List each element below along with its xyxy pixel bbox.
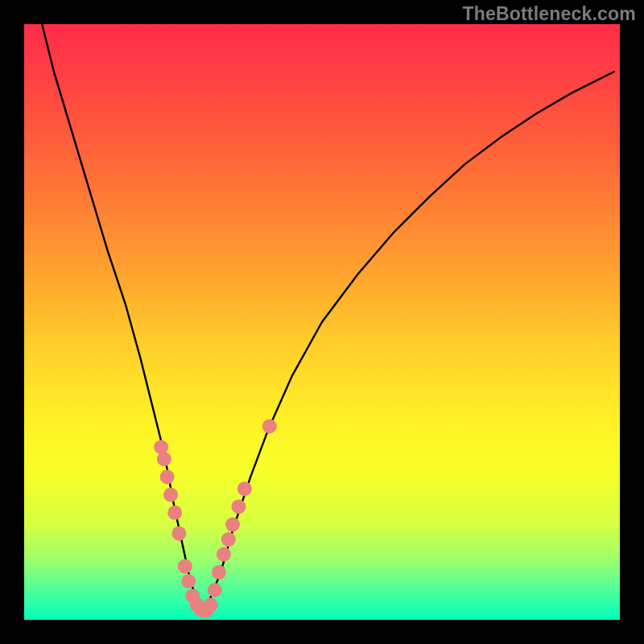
- data-marker: [163, 488, 178, 502]
- data-marker: [178, 559, 192, 573]
- data-marker: [160, 469, 175, 484]
- bottleneck-curve: [42, 24, 613, 611]
- data-marker: [217, 547, 231, 562]
- data-marker: [181, 574, 196, 588]
- data-markers: [154, 419, 277, 618]
- data-marker: [262, 419, 277, 434]
- data-marker: [231, 499, 246, 514]
- data-marker: [221, 532, 236, 547]
- data-marker: [208, 583, 222, 597]
- data-marker: [237, 481, 252, 496]
- chart-svg: [24, 24, 620, 620]
- data-marker: [157, 452, 171, 466]
- watermark-text: TheBottleneck.com: [462, 3, 636, 25]
- data-marker: [171, 526, 186, 541]
- data-marker: [212, 565, 226, 580]
- data-marker: [225, 518, 240, 532]
- data-marker: [167, 506, 182, 520]
- plot-area: [24, 24, 620, 620]
- data-marker: [204, 598, 218, 613]
